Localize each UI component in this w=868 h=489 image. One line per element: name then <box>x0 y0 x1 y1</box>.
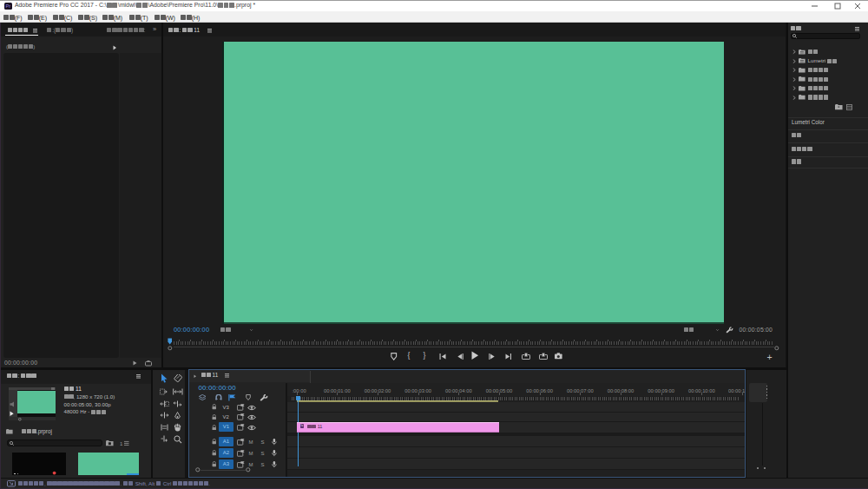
svg-text:1: 1 <box>120 440 123 446</box>
